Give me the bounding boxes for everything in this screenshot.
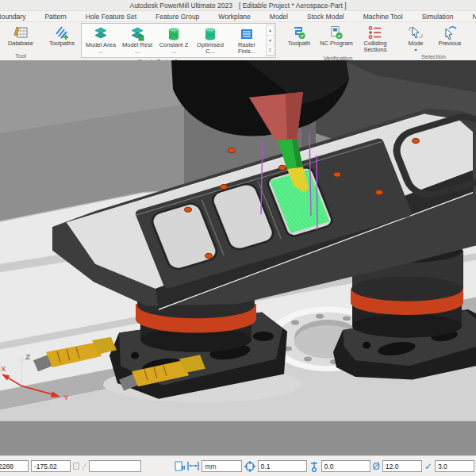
macro-run-button[interactable]: Run ▾ xyxy=(472,23,476,53)
tab-stock-model[interactable]: Stock Model xyxy=(298,13,354,21)
toolpaths-button[interactable]: Toolpaths xyxy=(44,23,80,48)
gallery-scroll: ▴ ▾ ≡ xyxy=(266,25,274,56)
ribbon: Database Tool Toolpaths Model xyxy=(0,22,476,60)
group-label-macro: Macro xyxy=(472,55,476,61)
toolpaths-icon xyxy=(54,25,70,40)
selection-previous-label: Previous xyxy=(438,40,461,47)
verify-nc-label: NC Program xyxy=(320,40,353,47)
axis-z-label: Z xyxy=(25,353,30,360)
tool-database-label: Database xyxy=(8,40,33,47)
tab-nc-program[interactable]: NC Program xyxy=(463,13,476,21)
selection-previous-button[interactable]: Previous xyxy=(432,23,467,48)
gallery-up-button[interactable]: ▴ xyxy=(267,25,274,36)
group-label-verification: Verification xyxy=(281,55,395,61)
axis-x-label: X xyxy=(1,366,6,373)
tab-machine-tool[interactable]: Machine Tool xyxy=(354,13,413,21)
tolerance-target-icon xyxy=(244,461,255,472)
model-rest-label: Model Rest ... xyxy=(120,42,155,56)
raster-finishing-button[interactable]: Raster Finis... xyxy=(228,25,265,56)
toolpath-strategy-gallery: Model Area ... Model Rest ... xyxy=(81,23,276,58)
verify-toolpath-button[interactable]: Toolpath xyxy=(281,23,317,48)
tab-simulation[interactable]: Simulation xyxy=(413,13,463,21)
simulation-info-icon xyxy=(175,461,185,471)
units-select[interactable]: mm xyxy=(202,460,241,472)
tolerance-field[interactable] xyxy=(258,460,307,472)
tab-workplane[interactable]: Workplane xyxy=(209,13,259,21)
group-label-tool: Tool xyxy=(2,52,39,60)
normal-direction-icon: ╱ xyxy=(82,463,86,470)
optimised-constant-z-button[interactable]: Optimised C... xyxy=(192,25,228,56)
tool-database-icon xyxy=(13,25,29,40)
tab-pattern[interactable]: Pattern xyxy=(35,13,75,21)
tool-database-button[interactable]: Database xyxy=(2,23,39,48)
project-title: [ Editable Project * Aerospace-Part ] xyxy=(239,2,347,10)
model-area-label: Model Area ... xyxy=(83,42,118,56)
thickness-pin-icon xyxy=(309,461,319,472)
colliding-sections-button[interactable]: Colliding Sections xyxy=(355,23,395,55)
tab-model[interactable]: Model xyxy=(260,13,298,21)
axis-y-label: Y xyxy=(63,393,69,401)
nc-program-check-icon xyxy=(328,25,344,40)
constant-z-label: Constant Z ... xyxy=(156,42,191,56)
optimised-cz-label: Optimised C... xyxy=(193,42,228,56)
colliding-sections-icon xyxy=(367,25,383,40)
tab-boundary[interactable]: Boundary xyxy=(0,13,35,21)
layer-stack-icon xyxy=(93,27,109,41)
ribbon-group-tool: Database Tool xyxy=(0,22,41,60)
thickness-field[interactable] xyxy=(321,460,370,472)
tool-diameter-field[interactable] xyxy=(382,460,422,472)
ribbon-tab-bar: Boundary Pattern Hole Feature Set Featur… xyxy=(0,11,476,22)
ribbon-group-create-toolpaths: Toolpaths Model Area ... Model xyxy=(41,22,278,60)
cursor-icon xyxy=(408,25,424,40)
constant-z-button[interactable]: Constant Z ... xyxy=(155,25,192,56)
colliding-sections-label: Colliding Sections xyxy=(356,40,394,54)
title-bar: Autodesk PowerMill Ultimate 2023 [ Edita… xyxy=(0,0,476,11)
raster-finishing-label: Raster Finis... xyxy=(229,42,264,56)
selection-mode-label: Mode xyxy=(409,40,424,47)
tip-radius-check-icon: ✓ xyxy=(424,461,432,472)
cursor-y-field[interactable] xyxy=(31,460,71,472)
picked-value-field[interactable] xyxy=(89,460,141,472)
verify-nc-program-button[interactable]: NC Program xyxy=(318,23,355,48)
cylinder-stack-icon xyxy=(202,27,218,41)
cylinder-stack-icon xyxy=(166,27,182,41)
selection-mode-button[interactable]: Mode ▾ xyxy=(400,23,432,53)
model-rest-area-button[interactable]: Model Rest ... xyxy=(119,25,155,56)
tab-hole-feature-set[interactable]: Hole Feature Set xyxy=(76,13,146,21)
cursor-x-field[interactable] xyxy=(0,460,29,472)
tip-radius-field[interactable] xyxy=(435,460,474,472)
viewport-3d[interactable]: Z X Y xyxy=(0,60,476,455)
ribbon-group-macro: Run ▾ Record Echo Commands Mac xyxy=(470,22,476,60)
model-area-clearance-button[interactable]: Model Area ... xyxy=(83,25,119,56)
tool-diameter-icon: Ø xyxy=(373,461,380,472)
cursor-undo-icon xyxy=(442,25,458,40)
layer-stack-badge-icon xyxy=(129,27,145,41)
gallery-expand-button[interactable]: ≡ xyxy=(267,45,274,56)
toolpath-check-icon xyxy=(291,25,307,40)
units-width-icon xyxy=(187,461,199,471)
verify-toolpath-label: Toolpath xyxy=(288,40,310,47)
ribbon-group-selection: Mode ▾ Previous Selection xyxy=(397,22,470,60)
group-label-selection: Selection xyxy=(400,53,467,60)
status-bar: ╱ mm Ø ✓ xyxy=(0,455,476,476)
toolpaths-label: Toolpaths xyxy=(49,40,75,47)
raster-icon xyxy=(239,27,255,41)
gallery-down-button[interactable]: ▾ xyxy=(267,36,274,46)
tab-feature-group[interactable]: Feature Group xyxy=(146,13,209,21)
pick-toggle[interactable] xyxy=(73,463,79,470)
app-title: Autodesk PowerMill Ultimate 2023 xyxy=(129,2,232,10)
dropdown-caret-icon: ▾ xyxy=(414,48,416,52)
ribbon-group-verification: Toolpath NC Program Colliding Se xyxy=(278,22,397,60)
